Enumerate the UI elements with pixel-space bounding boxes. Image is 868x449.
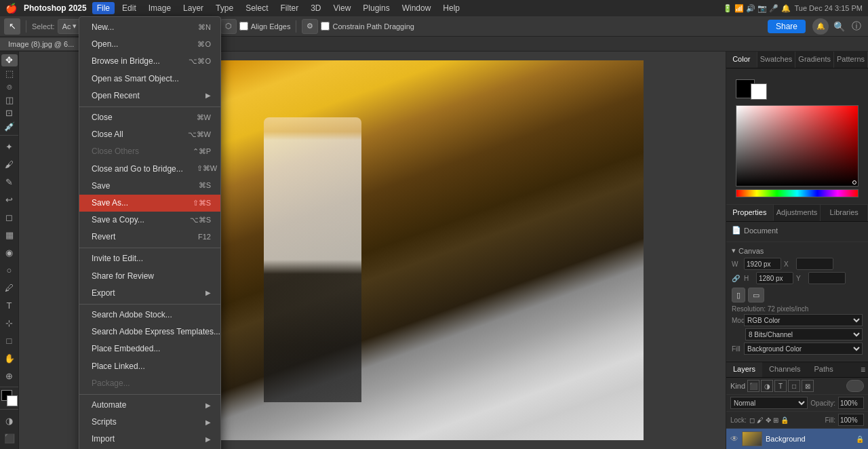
bits-select[interactable]: 8 Bits/Channel: [745, 328, 863, 340]
menu-file[interactable]: File: [92, 2, 115, 14]
canvas-h-input[interactable]: [756, 272, 793, 284]
menu-open-recent[interactable]: Open Recent ▶: [79, 87, 220, 104]
lock-transparent-icon[interactable]: ◻: [749, 416, 755, 424]
zoom-tool[interactable]: ⊕: [1, 368, 18, 384]
clone-stamp-tool[interactable]: ✎: [1, 174, 18, 190]
fg-bg-color[interactable]: [1, 390, 18, 406]
tab-libraries[interactable]: Libraries: [821, 205, 868, 221]
share-button[interactable]: Share: [768, 20, 806, 33]
brush-tool[interactable]: 🖌: [1, 156, 18, 172]
tab-swatches[interactable]: Swatches: [757, 52, 796, 68]
tab-gradients[interactable]: Gradients: [795, 52, 834, 68]
layer-item-background[interactable]: 👁 Background 🔒: [726, 429, 868, 449]
tab-paths[interactable]: Paths: [808, 362, 840, 377]
menu-filter[interactable]: Filter: [275, 2, 303, 14]
screen-mode-tool[interactable]: ⬛: [1, 430, 18, 446]
notification-icon[interactable]: 🔔: [812, 18, 829, 35]
tab-properties[interactable]: Properties: [726, 205, 774, 221]
path-selection-tool[interactable]: ⊹: [1, 315, 18, 331]
pen-tool[interactable]: 🖊: [1, 279, 18, 296]
settings-btn[interactable]: ⚙: [302, 19, 318, 34]
menu-browse-bridge[interactable]: Browse in Bridge... ⌥⌘O: [79, 53, 220, 70]
menu-save[interactable]: Save ⌘S: [79, 178, 220, 195]
tab-layers[interactable]: Layers: [726, 362, 762, 377]
menu-type[interactable]: Type: [211, 2, 238, 14]
menu-layer[interactable]: Layer: [178, 2, 208, 14]
lock-all-icon[interactable]: 🔒: [781, 416, 789, 424]
dodge-tool[interactable]: ○: [1, 262, 18, 278]
menu-select[interactable]: Select: [241, 2, 273, 14]
opacity-input[interactable]: [838, 397, 864, 409]
layers-panel-menu[interactable]: ≡: [858, 362, 868, 377]
lasso-tool[interactable]: ⌾: [1, 81, 18, 93]
apple-icon[interactable]: 🍎: [5, 3, 17, 14]
menu-close[interactable]: Close ⌘W: [79, 109, 220, 126]
menu-save-copy[interactable]: Save a Copy... ⌥⌘S: [79, 212, 220, 229]
menu-scripts[interactable]: Scripts ▶: [79, 414, 220, 431]
history-brush-tool[interactable]: ↩: [1, 191, 18, 208]
eraser-tool[interactable]: ◻: [1, 209, 18, 225]
blur-tool[interactable]: ◉: [1, 244, 18, 260]
search-icon[interactable]: 🔍: [831, 19, 846, 34]
menu-new[interactable]: New... ⌘N: [79, 19, 220, 36]
menu-window[interactable]: Window: [397, 2, 436, 14]
selection-marquee-tool[interactable]: ⬚: [1, 68, 18, 80]
canvas-w-input[interactable]: [744, 258, 781, 270]
filter-text-icon[interactable]: T: [774, 380, 787, 392]
menu-close-all[interactable]: Close All ⌥⌘W: [79, 126, 220, 143]
blend-mode-select[interactable]: Normal: [730, 397, 808, 409]
menu-export[interactable]: Export ▶: [79, 285, 220, 302]
fill-input[interactable]: [838, 414, 864, 426]
text-tool[interactable]: T: [1, 297, 18, 313]
filter-shape-icon[interactable]: □: [788, 380, 800, 392]
spot-heal-tool[interactable]: ✦: [1, 138, 18, 155]
eyedropper-tool[interactable]: 💉: [1, 121, 18, 133]
portrait-btn[interactable]: ▯: [732, 288, 745, 302]
tab-adjustments[interactable]: Adjustments: [774, 205, 821, 221]
filter-pixel-icon[interactable]: ⬛: [747, 380, 760, 392]
fill-select[interactable]: Background Color: [744, 343, 863, 355]
background-swatch[interactable]: [751, 83, 767, 100]
filter-toggle[interactable]: [846, 380, 864, 392]
menu-close-bridge[interactable]: Close and Go to Bridge... ⇧⌘W: [79, 161, 220, 178]
menu-view[interactable]: View: [329, 2, 356, 14]
constrain-path-checkbox[interactable]: [321, 22, 330, 31]
hand-tool[interactable]: ✋: [1, 350, 18, 366]
shape-tool[interactable]: □: [1, 332, 18, 349]
visibility-icon[interactable]: 👁: [730, 434, 738, 444]
menu-invite-edit[interactable]: Invite to Edit...: [79, 250, 220, 267]
menu-place-linked[interactable]: Place Linked...: [79, 358, 220, 375]
menu-share-review[interactable]: Share for Review: [79, 268, 220, 285]
background-color[interactable]: [7, 395, 18, 406]
lock-artboard-icon[interactable]: ⊞: [773, 416, 778, 424]
menu-search-stock[interactable]: Search Adobe Stock...: [79, 307, 220, 324]
align-edges-checkbox[interactable]: [239, 22, 248, 31]
menu-help[interactable]: Help: [438, 2, 465, 14]
menu-plugins[interactable]: Plugins: [358, 2, 394, 14]
landscape-btn[interactable]: ▭: [748, 288, 764, 302]
menu-3d[interactable]: 3D: [306, 2, 326, 14]
quick-mask-tool[interactable]: ◑: [1, 412, 18, 429]
doc-tab[interactable]: Image (8).jpg @ 6...: [0, 38, 83, 50]
tab-color[interactable]: Color: [726, 52, 757, 68]
canvas-x-input[interactable]: [796, 258, 833, 270]
menu-edit[interactable]: Edit: [117, 2, 141, 14]
menu-open-smart[interactable]: Open as Smart Object...: [79, 71, 220, 87]
canvas-y-input[interactable]: [808, 272, 846, 284]
tab-patterns[interactable]: Patterns: [834, 52, 868, 68]
move-tool[interactable]: ✥: [1, 54, 18, 66]
menu-automate[interactable]: Automate ▶: [79, 397, 220, 414]
hue-slider[interactable]: [736, 189, 859, 197]
menu-import[interactable]: Import ▶: [79, 431, 220, 448]
gradient-tool[interactable]: ▦: [1, 227, 18, 243]
tab-channels[interactable]: Channels: [762, 362, 807, 377]
menu-place-embedded[interactable]: Place Embedded...: [79, 340, 220, 357]
geometry-btn-3[interactable]: ⬡: [220, 19, 237, 34]
color-picker-gradient[interactable]: [736, 105, 859, 187]
lock-position-icon[interactable]: ✥: [766, 416, 771, 424]
filter-smart-icon[interactable]: ⊠: [802, 380, 814, 392]
menu-revert[interactable]: Revert F12: [79, 229, 220, 246]
mode-select[interactable]: RGB Color: [744, 314, 863, 326]
filter-adjust-icon[interactable]: ◑: [761, 380, 773, 392]
lock-image-icon[interactable]: 🖌: [757, 416, 764, 424]
